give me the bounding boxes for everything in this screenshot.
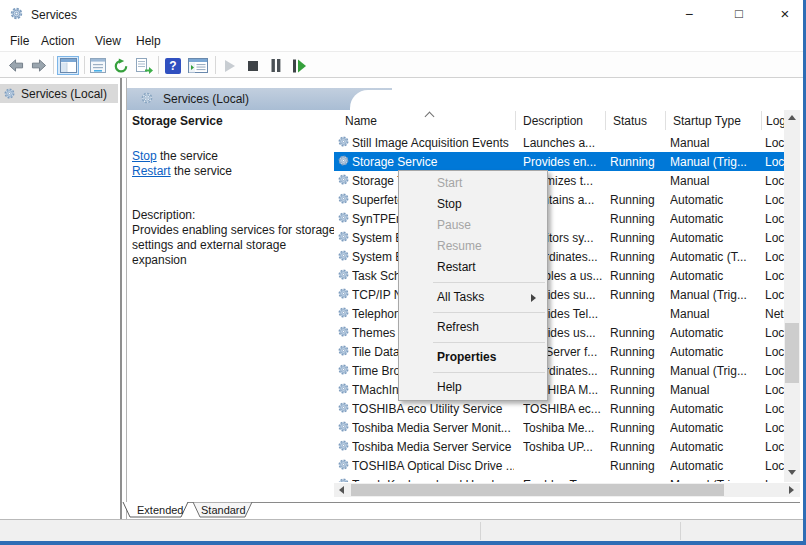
service-gear-icon <box>337 325 350 341</box>
menu-bar: FileActionViewHelp <box>0 30 803 51</box>
toolbar-separator <box>158 56 159 74</box>
extended-pane-title: Services (Local) <box>163 92 249 106</box>
service-log-on-as: Loca <box>765 174 784 188</box>
menu-item[interactable]: Action <box>39 33 76 50</box>
service-log-on-as: Loca <box>765 288 784 302</box>
show-extended-view-icon[interactable] <box>186 56 210 75</box>
service-description: TOSHIBA ec... <box>523 402 605 416</box>
service-status: Running <box>610 212 665 226</box>
service-startup-type: Automatic <box>670 421 760 435</box>
service-log-on-as: Loca <box>765 364 784 378</box>
service-log-on-as: Loca <box>765 345 784 359</box>
restart-service-icon[interactable] <box>288 56 310 75</box>
menu-item[interactable]: Help <box>134 33 163 50</box>
horizontal-scrollbar[interactable] <box>334 483 800 497</box>
service-status: Running <box>610 459 665 473</box>
service-startup-type: Automatic (T... <box>670 250 760 264</box>
table-row[interactable]: Toshiba Media Server Service Toshiba UP.… <box>334 437 784 456</box>
view-tab[interactable]: Extended <box>137 504 183 516</box>
service-status: Running <box>610 402 665 416</box>
service-log-on-as: Loca <box>765 326 784 340</box>
sidebar-item-services-local[interactable]: Services (Local) <box>0 84 118 103</box>
restart-link[interactable]: Restart <box>132 164 171 178</box>
context-menu-item[interactable]: All Tasks <box>399 287 547 308</box>
context-menu-item[interactable]: Properties <box>399 347 547 368</box>
vertical-scrollbar[interactable] <box>784 110 800 482</box>
service-startup-type: Manual <box>670 307 760 321</box>
context-menu-item[interactable] <box>433 342 545 343</box>
service-gear-icon <box>337 154 350 170</box>
minimize-button[interactable]: − <box>672 0 706 28</box>
context-menu-item[interactable]: Help <box>399 377 547 398</box>
context-menu-item[interactable]: Stop <box>399 194 547 215</box>
service-startup-type: Manual <box>670 383 760 397</box>
service-name: Touch Keyboard and Handw... <box>352 478 514 482</box>
stop-service-action: Stop the service <box>132 149 218 163</box>
context-menu-item[interactable]: Start <box>399 173 547 194</box>
context-menu-item[interactable]: Refresh <box>399 317 547 338</box>
horizontal-scroll-thumb[interactable] <box>351 484 724 496</box>
toolbar-separator <box>53 56 54 74</box>
description-text: Provides enabling services for storage s… <box>132 223 338 268</box>
service-log-on-as: Loca <box>765 136 784 150</box>
scroll-right-icon[interactable] <box>789 486 794 494</box>
service-gear-icon <box>337 420 350 436</box>
toolbar-separator <box>84 56 85 74</box>
stop-service-icon[interactable] <box>242 56 264 75</box>
service-description: Toshiba UP... <box>523 440 605 454</box>
table-row[interactable]: Still Image Acquisition Events Launches … <box>334 133 784 152</box>
close-button[interactable]: × <box>768 0 802 28</box>
console-tree: Services (Local) <box>0 78 120 519</box>
tree-item-label: Services (Local) <box>21 87 107 101</box>
properties-window-icon[interactable] <box>87 56 109 75</box>
pane-splitter[interactable] <box>120 78 122 519</box>
services-app-icon <box>9 6 24 24</box>
title-bar[interactable]: Services − □ × <box>0 0 803 30</box>
pause-service-icon[interactable] <box>265 56 287 75</box>
context-menu-item[interactable] <box>433 282 545 283</box>
service-log-on-as: Loca <box>765 383 784 397</box>
table-row[interactable]: Storage Service Provides en... Running M… <box>334 152 784 171</box>
service-status: Running <box>610 383 665 397</box>
service-name: TOSHIBA Optical Disc Drive ... <box>352 459 514 473</box>
table-row[interactable]: Touch Keyboard and Handw... Enables T...… <box>334 475 784 482</box>
services-node-icon <box>3 87 16 103</box>
stop-link[interactable]: Stop <box>132 149 157 163</box>
service-status: Running <box>610 250 665 264</box>
table-row[interactable]: TOSHIBA eco Utility Service TOSHIBA ec..… <box>334 399 784 418</box>
service-log-on-as: Loca <box>765 459 784 473</box>
maximize-button[interactable]: □ <box>722 0 756 28</box>
menu-item[interactable]: View <box>93 33 123 50</box>
show-console-tree-icon[interactable] <box>57 56 79 75</box>
view-tab[interactable]: Standard <box>201 504 246 516</box>
stop-link-suffix: the service <box>157 149 218 163</box>
back-icon[interactable] <box>5 56 27 75</box>
context-menu-item[interactable] <box>433 372 545 373</box>
service-description: Provides en... <box>523 155 605 169</box>
scroll-left-icon[interactable] <box>339 486 344 494</box>
context-menu-item[interactable] <box>433 312 545 313</box>
table-row[interactable]: TOSHIBA Optical Disc Drive ... Running A… <box>334 456 784 475</box>
start-service-icon[interactable] <box>219 56 241 75</box>
service-status: Running <box>610 364 665 378</box>
scroll-down-icon[interactable] <box>788 470 796 475</box>
service-log-on-as: Loca <box>765 193 784 207</box>
service-gear-icon <box>337 268 350 284</box>
context-menu-item[interactable]: Restart <box>399 257 547 278</box>
help-icon[interactable]: ? <box>162 56 184 75</box>
table-row[interactable]: Toshiba Media Server Monit... Toshiba Me… <box>334 418 784 437</box>
forward-icon[interactable] <box>28 56 50 75</box>
service-startup-type: Manual (Trig... <box>670 288 760 302</box>
context-menu-item[interactable]: Pause <box>399 215 547 236</box>
service-description: Enables T... <box>523 478 605 482</box>
service-status: Running <box>610 326 665 340</box>
menu-item[interactable]: File <box>8 33 31 50</box>
scroll-up-icon[interactable] <box>788 115 796 120</box>
service-startup-type: Automatic <box>670 269 760 283</box>
export-list-icon[interactable] <box>133 56 155 75</box>
service-status: Running <box>610 269 665 283</box>
refresh-icon[interactable] <box>110 56 132 75</box>
service-description: Toshiba Me... <box>523 421 605 435</box>
vertical-scroll-thumb[interactable] <box>785 323 799 383</box>
context-menu-item[interactable]: Resume <box>399 236 547 257</box>
